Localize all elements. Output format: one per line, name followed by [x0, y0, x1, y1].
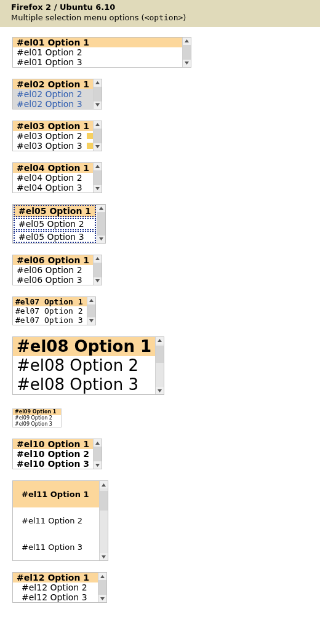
option-el09-1[interactable]: #el09 Option 1: [13, 409, 61, 415]
scrollbar[interactable]: [98, 573, 106, 602]
scroll-down-icon[interactable]: [94, 277, 102, 285]
option-el06-2[interactable]: #el06 Option 2: [13, 265, 93, 275]
scroll-up-icon[interactable]: [156, 337, 164, 344]
option-el01-2[interactable]: #el01 Option 2: [13, 47, 182, 57]
scroll-down-icon[interactable]: [98, 595, 106, 602]
option-el02-2[interactable]: #el02 Option 2: [13, 89, 93, 99]
scroll-up-icon[interactable]: [100, 481, 108, 488]
scrollbar[interactable]: [182, 38, 191, 67]
option-el04-1[interactable]: #el04 Option 1: [13, 163, 93, 173]
option-el11-3[interactable]: #el11 Option 3: [13, 534, 99, 560]
svg-marker-16: [95, 442, 100, 445]
content-area: #el01 Option 1 #el01 Option 2 #el01 Opti…: [0, 27, 320, 624]
option-el07-3[interactable]: #el07 Option 3: [13, 316, 87, 325]
scrollbar[interactable]: [99, 481, 108, 560]
scrollbar[interactable]: [93, 255, 102, 285]
option-el08-3[interactable]: #el08 Option 3: [13, 375, 155, 394]
option-el04-3[interactable]: #el04 Option 3: [13, 183, 93, 193]
svg-marker-17: [95, 464, 100, 467]
option-el06-3[interactable]: #el06 Option 3: [13, 275, 93, 285]
select-el02[interactable]: #el02 Option 1 #el02 Option 2 #el02 Opti…: [12, 79, 308, 109]
option-el07-2[interactable]: #el07 Option 2: [13, 306, 87, 316]
svg-marker-12: [89, 299, 94, 302]
scroll-up-icon[interactable]: [183, 38, 191, 45]
select-el08[interactable]: #el08 Option 1 #el08 Option 2 #el08 Opti…: [12, 336, 308, 396]
option-el10-3[interactable]: #el10 Option 3: [13, 459, 93, 469]
option-el06-1[interactable]: #el06 Option 1: [13, 255, 93, 265]
option-el09-2[interactable]: #el09 Option 2: [13, 415, 61, 421]
subtitle-prefix: Multiple selection menu options (: [11, 13, 145, 22]
svg-marker-5: [95, 145, 100, 148]
option-el12-2[interactable]: #el12 Option 2: [13, 582, 98, 592]
platform-title: Firefox 2 / Ubuntu 6.10: [11, 2, 309, 13]
option-el08-1[interactable]: #el08 Option 1: [13, 337, 155, 356]
scroll-down-icon[interactable]: [100, 553, 108, 560]
option-el01-3[interactable]: #el01 Option 3: [13, 57, 182, 67]
option-el05-2[interactable]: #el05 Option 2: [14, 218, 96, 230]
scroll-down-icon[interactable]: [94, 185, 102, 193]
scroll-up-icon[interactable]: [94, 439, 102, 447]
option-el12-3[interactable]: #el12 Option 3: [13, 592, 98, 602]
scroll-down-icon[interactable]: [94, 143, 102, 151]
option-el07-1[interactable]: #el07 Option 1: [13, 297, 87, 306]
select-el11[interactable]: #el11 Option 1 #el11 Option 2 #el11 Opti…: [12, 480, 308, 561]
option-el01-1[interactable]: #el01 Option 1: [13, 38, 182, 47]
select-el01[interactable]: #el01 Option 1 #el01 Option 2 #el01 Opti…: [12, 37, 308, 68]
svg-marker-3: [95, 103, 100, 106]
option-el08-2[interactable]: #el08 Option 2: [13, 356, 155, 375]
scroll-up-icon[interactable]: [94, 255, 102, 263]
scroll-down-icon[interactable]: [87, 317, 95, 325]
select-el04[interactable]: #el04 Option 1 #el04 Option 2 #el04 Opti…: [12, 162, 308, 193]
option-el02-3[interactable]: #el02 Option 3: [13, 99, 93, 109]
scrollbar[interactable]: [93, 121, 102, 151]
scroll-down-icon[interactable]: [94, 101, 102, 109]
scrollbar[interactable]: [93, 163, 102, 193]
svg-marker-1: [185, 62, 189, 65]
svg-marker-8: [99, 207, 103, 210]
option-el09-3[interactable]: #el09 Option 3: [13, 421, 61, 427]
option-el05-1[interactable]: #el05 Option 1: [14, 205, 96, 217]
scroll-up-icon[interactable]: [87, 297, 95, 304]
select-el06[interactable]: #el06 Option 1 #el06 Option 2 #el06 Opti…: [12, 255, 308, 285]
option-el05-3[interactable]: #el05 Option 3: [14, 231, 96, 243]
select-el09[interactable]: #el09 Option 1 #el09 Option 2 #el09 Opti…: [12, 406, 308, 427]
option-el03-3[interactable]: #el03 Option 3: [13, 141, 93, 151]
svg-marker-15: [158, 389, 162, 392]
scroll-down-icon[interactable]: [94, 461, 102, 469]
select-el12[interactable]: #el12 Option 1 #el12 Option 2 #el12 Opti…: [12, 572, 308, 603]
scrollbar[interactable]: [93, 439, 102, 469]
svg-marker-20: [100, 575, 105, 578]
option-el11-1[interactable]: #el11 Option 1: [13, 481, 99, 507]
scrollbar[interactable]: [93, 79, 102, 109]
scrollbar[interactable]: [97, 205, 105, 243]
option-el10-1[interactable]: #el10 Option 1: [13, 439, 93, 449]
scroll-up-icon[interactable]: [94, 163, 102, 170]
select-el05[interactable]: #el05 Option 1 #el05 Option 2 #el05 Opti…: [12, 204, 308, 244]
option-el03-2[interactable]: #el03 Option 2: [13, 131, 93, 141]
scroll-up-icon[interactable]: [94, 121, 102, 129]
svg-marker-10: [95, 257, 100, 260]
option-el12-1[interactable]: #el12 Option 1: [13, 573, 98, 582]
scroll-up-icon[interactable]: [94, 79, 102, 87]
option-el10-2[interactable]: #el10 Option 2: [13, 449, 93, 459]
select-el10[interactable]: #el10 Option 1 #el10 Option 2 #el10 Opti…: [12, 439, 308, 469]
subtitle-suffix: ): [183, 13, 186, 22]
scrollbar[interactable]: [155, 337, 164, 395]
option-el02-1[interactable]: #el02 Option 1: [13, 79, 93, 89]
scroll-down-icon[interactable]: [156, 387, 164, 394]
option-el11-2[interactable]: #el11 Option 2: [13, 507, 99, 534]
select-el07[interactable]: #el07 Option 1 #el07 Option 2 #el07 Opti…: [12, 296, 308, 325]
scroll-down-icon[interactable]: [97, 236, 105, 243]
svg-marker-18: [102, 483, 106, 487]
option-el03-1[interactable]: #el03 Option 1: [13, 121, 93, 131]
svg-marker-7: [95, 187, 100, 190]
svg-marker-6: [95, 165, 100, 168]
svg-marker-4: [95, 123, 100, 126]
option-el04-2[interactable]: #el04 Option 2: [13, 173, 93, 183]
scroll-up-icon[interactable]: [97, 205, 105, 212]
svg-marker-14: [158, 339, 162, 342]
select-el03[interactable]: #el03 Option 1 #el03 Option 2 #el03 Opti…: [12, 121, 308, 151]
scroll-up-icon[interactable]: [98, 573, 106, 580]
scroll-down-icon[interactable]: [183, 60, 191, 67]
scrollbar[interactable]: [87, 297, 95, 325]
